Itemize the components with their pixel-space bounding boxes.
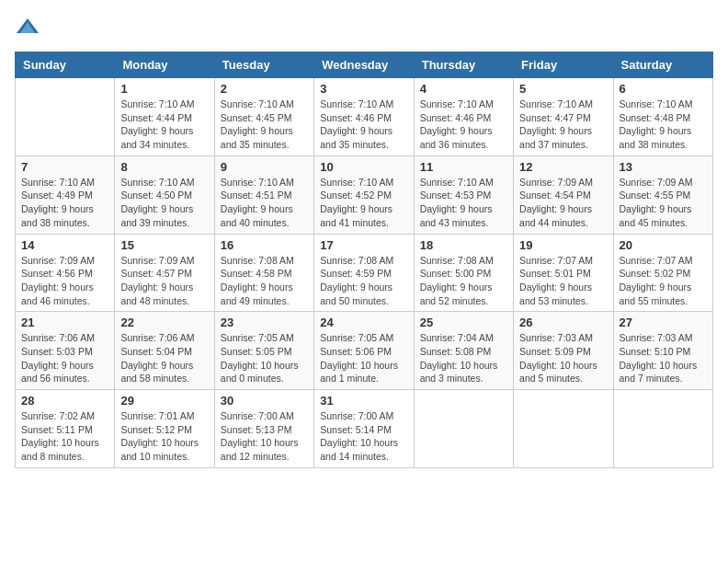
day-info: Sunrise: 7:10 AM Sunset: 4:51 PM Dayligh…: [221, 176, 308, 230]
day-number: 15: [120, 238, 208, 252]
day-info: Sunrise: 7:00 AM Sunset: 5:14 PM Dayligh…: [320, 409, 407, 464]
day-number: 25: [420, 316, 507, 329]
page-header: [15, 15, 713, 40]
calendar-cell: 27Sunrise: 7:03 AM Sunset: 5:10 PM Dayli…: [613, 312, 712, 390]
weekday-header-row: SundayMondayTuesdayWednesdayThursdayFrid…: [16, 52, 713, 78]
calendar-week-row: 7Sunrise: 7:10 AM Sunset: 4:49 PM Daylig…: [16, 155, 713, 234]
day-info: Sunrise: 7:10 AM Sunset: 4:53 PM Dayligh…: [420, 176, 507, 230]
day-info: Sunrise: 7:10 AM Sunset: 4:52 PM Dayligh…: [320, 176, 407, 230]
calendar-cell: 23Sunrise: 7:05 AM Sunset: 5:05 PM Dayli…: [214, 312, 313, 390]
calendar-cell: 28Sunrise: 7:02 AM Sunset: 5:11 PM Dayli…: [16, 390, 115, 468]
calendar-cell: 21Sunrise: 7:06 AM Sunset: 5:03 PM Dayli…: [16, 312, 115, 390]
calendar-cell: 29Sunrise: 7:01 AM Sunset: 5:12 PM Dayli…: [115, 390, 214, 468]
calendar-cell: 24Sunrise: 7:05 AM Sunset: 5:06 PM Dayli…: [314, 312, 414, 390]
day-number: 10: [320, 160, 407, 174]
calendar-week-row: 28Sunrise: 7:02 AM Sunset: 5:11 PM Dayli…: [16, 390, 713, 468]
day-info: Sunrise: 7:08 AM Sunset: 5:00 PM Dayligh…: [420, 254, 507, 308]
calendar-cell: 6Sunrise: 7:10 AM Sunset: 4:48 PM Daylig…: [613, 78, 712, 156]
day-number: 19: [519, 238, 607, 252]
weekday-header-thursday: Thursday: [414, 52, 513, 78]
calendar-cell: 30Sunrise: 7:00 AM Sunset: 5:13 PM Dayli…: [214, 390, 313, 468]
day-info: Sunrise: 7:10 AM Sunset: 4:45 PM Dayligh…: [221, 98, 308, 152]
calendar-cell: 9Sunrise: 7:10 AM Sunset: 4:51 PM Daylig…: [214, 155, 313, 234]
day-number: 26: [519, 316, 607, 329]
day-info: Sunrise: 7:10 AM Sunset: 4:49 PM Dayligh…: [21, 176, 108, 230]
day-number: 21: [21, 316, 108, 329]
day-info: Sunrise: 7:00 AM Sunset: 5:13 PM Dayligh…: [221, 409, 308, 464]
calendar-cell: [514, 390, 613, 468]
day-info: Sunrise: 7:05 AM Sunset: 5:05 PM Dayligh…: [221, 331, 308, 385]
calendar-cell: [613, 390, 712, 468]
calendar-cell: 10Sunrise: 7:10 AM Sunset: 4:52 PM Dayli…: [314, 155, 414, 234]
day-info: Sunrise: 7:10 AM Sunset: 4:47 PM Dayligh…: [519, 98, 607, 152]
calendar-cell: 7Sunrise: 7:10 AM Sunset: 4:49 PM Daylig…: [16, 155, 115, 234]
day-info: Sunrise: 7:09 AM Sunset: 4:56 PM Dayligh…: [21, 254, 108, 308]
day-info: Sunrise: 7:03 AM Sunset: 5:10 PM Dayligh…: [620, 331, 707, 385]
weekday-header-tuesday: Tuesday: [214, 52, 313, 78]
day-number: 5: [519, 82, 607, 96]
calendar-cell: 25Sunrise: 7:04 AM Sunset: 5:08 PM Dayli…: [414, 312, 513, 390]
calendar-cell: 2Sunrise: 7:10 AM Sunset: 4:45 PM Daylig…: [214, 78, 313, 156]
calendar-cell: [414, 390, 513, 468]
calendar-cell: 14Sunrise: 7:09 AM Sunset: 4:56 PM Dayli…: [16, 234, 115, 312]
day-number: 6: [620, 82, 707, 96]
day-info: Sunrise: 7:02 AM Sunset: 5:11 PM Dayligh…: [21, 409, 108, 464]
day-info: Sunrise: 7:06 AM Sunset: 5:03 PM Dayligh…: [21, 331, 108, 385]
calendar-cell: 31Sunrise: 7:00 AM Sunset: 5:14 PM Dayli…: [314, 390, 414, 468]
day-info: Sunrise: 7:10 AM Sunset: 4:46 PM Dayligh…: [420, 98, 507, 152]
day-info: Sunrise: 7:09 AM Sunset: 4:57 PM Dayligh…: [120, 254, 208, 308]
day-info: Sunrise: 7:08 AM Sunset: 4:59 PM Dayligh…: [320, 254, 407, 308]
day-number: 8: [120, 160, 208, 174]
day-number: 2: [221, 82, 308, 96]
calendar-cell: 19Sunrise: 7:07 AM Sunset: 5:01 PM Dayli…: [514, 234, 613, 312]
logo-icon: [15, 15, 40, 40]
calendar-cell: [16, 78, 115, 156]
day-info: Sunrise: 7:07 AM Sunset: 5:01 PM Dayligh…: [519, 254, 607, 308]
day-number: 9: [221, 160, 308, 174]
day-number: 27: [620, 316, 707, 329]
calendar-cell: 3Sunrise: 7:10 AM Sunset: 4:46 PM Daylig…: [314, 78, 414, 156]
calendar-week-row: 14Sunrise: 7:09 AM Sunset: 4:56 PM Dayli…: [16, 234, 713, 312]
day-number: 16: [221, 238, 308, 252]
calendar-cell: 20Sunrise: 7:07 AM Sunset: 5:02 PM Dayli…: [613, 234, 712, 312]
day-info: Sunrise: 7:10 AM Sunset: 4:48 PM Dayligh…: [620, 98, 707, 152]
calendar-cell: 12Sunrise: 7:09 AM Sunset: 4:54 PM Dayli…: [514, 155, 613, 234]
calendar-cell: 8Sunrise: 7:10 AM Sunset: 4:50 PM Daylig…: [115, 155, 214, 234]
day-info: Sunrise: 7:08 AM Sunset: 4:58 PM Dayligh…: [221, 254, 308, 308]
day-info: Sunrise: 7:03 AM Sunset: 5:09 PM Dayligh…: [519, 331, 607, 385]
calendar-table: SundayMondayTuesdayWednesdayThursdayFrid…: [15, 52, 713, 468]
calendar-cell: 1Sunrise: 7:10 AM Sunset: 4:44 PM Daylig…: [115, 78, 214, 156]
day-info: Sunrise: 7:06 AM Sunset: 5:04 PM Dayligh…: [120, 331, 208, 385]
weekday-header-monday: Monday: [115, 52, 214, 78]
day-info: Sunrise: 7:10 AM Sunset: 4:46 PM Dayligh…: [320, 98, 407, 152]
day-number: 23: [221, 316, 308, 329]
day-number: 11: [420, 160, 507, 174]
day-number: 13: [620, 160, 707, 174]
day-number: 30: [221, 394, 308, 408]
day-number: 14: [21, 238, 108, 252]
calendar-cell: 11Sunrise: 7:10 AM Sunset: 4:53 PM Dayli…: [414, 155, 513, 234]
weekday-header-saturday: Saturday: [613, 52, 712, 78]
day-number: 3: [320, 82, 407, 96]
day-number: 20: [620, 238, 707, 252]
day-info: Sunrise: 7:01 AM Sunset: 5:12 PM Dayligh…: [120, 409, 208, 464]
day-number: 7: [21, 160, 108, 174]
day-info: Sunrise: 7:10 AM Sunset: 4:50 PM Dayligh…: [120, 176, 208, 230]
day-number: 29: [120, 394, 208, 408]
weekday-header-sunday: Sunday: [16, 52, 115, 78]
day-number: 17: [320, 238, 407, 252]
weekday-header-friday: Friday: [514, 52, 613, 78]
calendar-week-row: 1Sunrise: 7:10 AM Sunset: 4:44 PM Daylig…: [16, 78, 713, 156]
day-info: Sunrise: 7:05 AM Sunset: 5:06 PM Dayligh…: [320, 331, 407, 385]
calendar-cell: 16Sunrise: 7:08 AM Sunset: 4:58 PM Dayli…: [214, 234, 313, 312]
calendar-week-row: 21Sunrise: 7:06 AM Sunset: 5:03 PM Dayli…: [16, 312, 713, 390]
day-number: 12: [519, 160, 607, 174]
calendar-cell: 17Sunrise: 7:08 AM Sunset: 4:59 PM Dayli…: [314, 234, 414, 312]
day-info: Sunrise: 7:07 AM Sunset: 5:02 PM Dayligh…: [620, 254, 707, 308]
day-number: 31: [320, 394, 407, 408]
calendar-cell: 15Sunrise: 7:09 AM Sunset: 4:57 PM Dayli…: [115, 234, 214, 312]
day-info: Sunrise: 7:10 AM Sunset: 4:44 PM Dayligh…: [120, 98, 208, 152]
day-number: 22: [120, 316, 208, 329]
day-number: 24: [320, 316, 407, 329]
day-info: Sunrise: 7:04 AM Sunset: 5:08 PM Dayligh…: [420, 331, 507, 385]
